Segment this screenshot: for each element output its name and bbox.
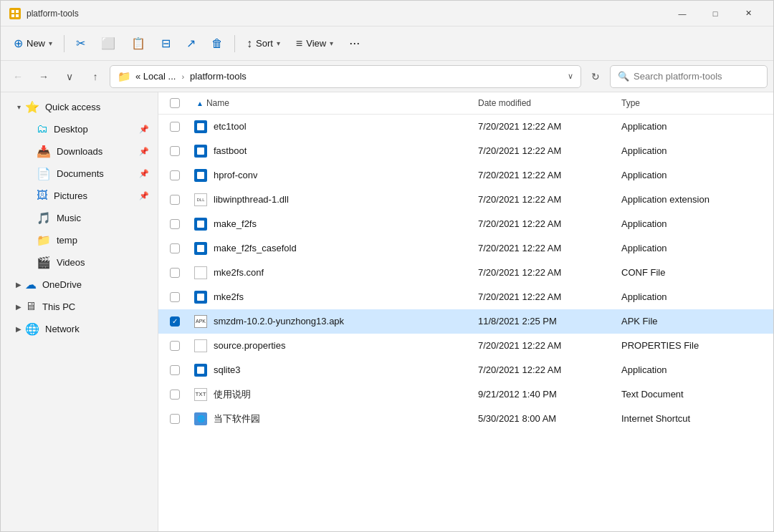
title-bar: platform-tools — □ ✕ bbox=[1, 1, 773, 26]
row-checkbox[interactable] bbox=[170, 122, 180, 132]
address-path-bar[interactable]: 📁 « Local ... › platform-tools ∨ bbox=[110, 65, 581, 88]
table-row[interactable]: DLL libwinpthread-1.dll 7/20/2021 12:22 … bbox=[158, 188, 773, 212]
file-date: 11/8/2021 2:25 PM bbox=[472, 316, 616, 327]
file-name: hprof-conv bbox=[214, 170, 257, 180]
more-options-button[interactable]: ··· bbox=[342, 32, 367, 55]
share-button[interactable]: ↗ bbox=[179, 32, 203, 54]
maximize-button[interactable]: □ bbox=[699, 2, 732, 25]
delete-button[interactable]: 🗑 bbox=[204, 33, 230, 54]
file-date: 7/20/2021 12:22 AM bbox=[472, 291, 616, 302]
thispc-icon: 🖥 bbox=[25, 300, 37, 313]
sidebar-item-thispc[interactable]: ▶ 🖥 This PC bbox=[4, 296, 155, 317]
file-name: etc1tool bbox=[214, 121, 247, 132]
dropdown-history-button[interactable]: ∨ bbox=[58, 65, 81, 88]
paste-button[interactable]: 📋 bbox=[124, 32, 153, 54]
file-type-icon bbox=[194, 120, 208, 134]
table-row[interactable]: hprof-conv 7/20/2021 12:22 AM Applicatio… bbox=[158, 163, 773, 188]
quick-access-label: Quick access bbox=[45, 102, 149, 112]
table-row[interactable]: mke2fs.conf 7/20/2021 12:22 AM CONF File bbox=[158, 261, 773, 285]
table-row[interactable]: make_f2fs 7/20/2021 12:22 AM Application bbox=[158, 212, 773, 236]
network-expand-icon[interactable]: ▶ bbox=[12, 322, 25, 335]
table-row[interactable]: TXT 使用说明 9/21/2012 1:40 PM Text Document bbox=[158, 382, 773, 407]
sidebar-item-pictures[interactable]: 🖼 Pictures 📌 bbox=[15, 185, 155, 206]
row-checkbox[interactable] bbox=[170, 243, 180, 253]
row-checkbox[interactable] bbox=[170, 219, 180, 229]
share-icon: ↗ bbox=[186, 37, 196, 50]
table-row[interactable]: 🌐 当下软件园 5/30/2021 8:00 AM Internet Short… bbox=[158, 407, 773, 431]
row-checkbox[interactable] bbox=[170, 146, 180, 156]
quick-access-children: 🗂 Desktop 📌 📥 Downloads 📌 📄 Documents 📌 bbox=[1, 118, 158, 273]
desktop-label: Desktop bbox=[54, 124, 136, 135]
path-expand-icon[interactable]: ∨ bbox=[568, 72, 573, 81]
window-controls: — □ ✕ bbox=[666, 2, 765, 25]
table-row[interactable]: etc1tool 7/20/2021 12:22 AM Application bbox=[158, 115, 773, 139]
table-row[interactable]: ✓ APK smzdm-10.2.0-yunzhong13.apk 11/8/2… bbox=[158, 309, 773, 334]
sidebar-item-downloads[interactable]: 📥 Downloads 📌 bbox=[15, 140, 155, 162]
forward-button[interactable]: → bbox=[32, 65, 55, 88]
quick-access-expand-icon[interactable]: ▾ bbox=[12, 100, 25, 113]
sidebar-item-music[interactable]: 🎵 Music bbox=[15, 207, 155, 228]
downloads-pin-icon: 📌 bbox=[139, 147, 149, 156]
sort-button[interactable]: ↕ Sort ▾ bbox=[239, 33, 287, 54]
row-name-cell: 🌐 当下软件园 bbox=[191, 412, 472, 426]
column-header-date[interactable]: Date modified bbox=[472, 95, 616, 111]
row-checkbox[interactable] bbox=[170, 390, 180, 400]
file-name: make_f2fs_casefold bbox=[214, 243, 297, 253]
cut-icon: ✂ bbox=[76, 37, 85, 50]
search-bar[interactable]: 🔍 bbox=[610, 65, 768, 88]
header-checkbox[interactable] bbox=[170, 98, 180, 108]
new-label: New bbox=[27, 38, 45, 49]
row-checkbox[interactable] bbox=[170, 268, 180, 278]
new-button[interactable]: ⊕ New ▾ bbox=[6, 32, 59, 54]
search-input[interactable] bbox=[634, 71, 760, 82]
row-checkbox[interactable] bbox=[170, 195, 180, 205]
copy-button[interactable]: ⬜ bbox=[94, 32, 123, 54]
row-checkbox[interactable] bbox=[170, 170, 180, 180]
file-type-label: PROPERTIES File bbox=[616, 340, 773, 351]
row-checkbox[interactable] bbox=[170, 341, 180, 351]
temp-expand-placeholder bbox=[24, 233, 37, 246]
table-row[interactable]: make_f2fs_casefold 7/20/2021 12:22 AM Ap… bbox=[158, 236, 773, 261]
table-row[interactable]: fastboot 7/20/2021 12:22 AM Application bbox=[158, 139, 773, 163]
thispc-expand-icon[interactable]: ▶ bbox=[12, 300, 25, 313]
file-date: 7/20/2021 12:22 AM bbox=[472, 218, 616, 229]
row-name-cell: mke2fs.conf bbox=[191, 266, 472, 280]
row-checkbox[interactable] bbox=[170, 292, 180, 302]
table-row[interactable]: mke2fs 7/20/2021 12:22 AM Application bbox=[158, 285, 773, 309]
separator-2 bbox=[234, 35, 235, 52]
column-header-name[interactable]: ▲Name bbox=[191, 95, 472, 111]
minimize-button[interactable]: — bbox=[666, 2, 699, 25]
onedrive-expand-icon[interactable]: ▶ bbox=[12, 278, 25, 291]
documents-pin-icon: 📌 bbox=[139, 169, 149, 178]
file-date: 7/20/2021 12:22 AM bbox=[472, 121, 616, 132]
row-checkbox[interactable] bbox=[170, 414, 180, 424]
folder-icon: 📁 bbox=[118, 70, 131, 83]
row-checkbox-cell bbox=[158, 243, 191, 253]
table-row[interactable]: sqlite3 7/20/2021 12:22 AM Application bbox=[158, 358, 773, 382]
row-checkbox[interactable] bbox=[170, 365, 180, 375]
rename-button[interactable]: ⊟ bbox=[154, 32, 178, 54]
sidebar-item-videos[interactable]: 🎬 Videos bbox=[15, 251, 155, 273]
row-checkbox-cell bbox=[158, 146, 191, 156]
up-button[interactable]: ↑ bbox=[84, 65, 107, 88]
close-button[interactable]: ✕ bbox=[732, 2, 765, 25]
sidebar-item-quick-access[interactable]: ▾ ⭐ Quick access bbox=[4, 96, 155, 117]
sidebar-item-documents[interactable]: 📄 Documents 📌 bbox=[15, 163, 155, 184]
back-button[interactable]: ← bbox=[6, 65, 29, 88]
rename-icon: ⊟ bbox=[161, 37, 171, 50]
cut-button[interactable]: ✂ bbox=[69, 32, 92, 54]
row-checkbox-cell bbox=[158, 292, 191, 302]
file-list-header: ▲Name Date modified Type bbox=[158, 92, 773, 115]
column-header-type[interactable]: Type bbox=[616, 95, 773, 111]
temp-label: temp bbox=[57, 235, 149, 246]
sidebar-item-temp[interactable]: 📁 temp bbox=[15, 229, 155, 251]
file-type-label: Application bbox=[616, 243, 773, 253]
sidebar-item-desktop[interactable]: 🗂 Desktop 📌 bbox=[15, 118, 155, 140]
refresh-button[interactable]: ↻ bbox=[584, 65, 607, 88]
sidebar-item-network[interactable]: ▶ 🌐 Network bbox=[4, 318, 155, 339]
table-row[interactable]: source.properties 7/20/2021 12:22 AM PRO… bbox=[158, 334, 773, 358]
row-checkbox[interactable]: ✓ bbox=[170, 316, 180, 327]
view-button[interactable]: ≡ View ▾ bbox=[289, 33, 340, 54]
sidebar-item-onedrive[interactable]: ▶ ☁ OneDrive bbox=[4, 274, 155, 295]
row-checkbox-cell bbox=[158, 268, 191, 278]
